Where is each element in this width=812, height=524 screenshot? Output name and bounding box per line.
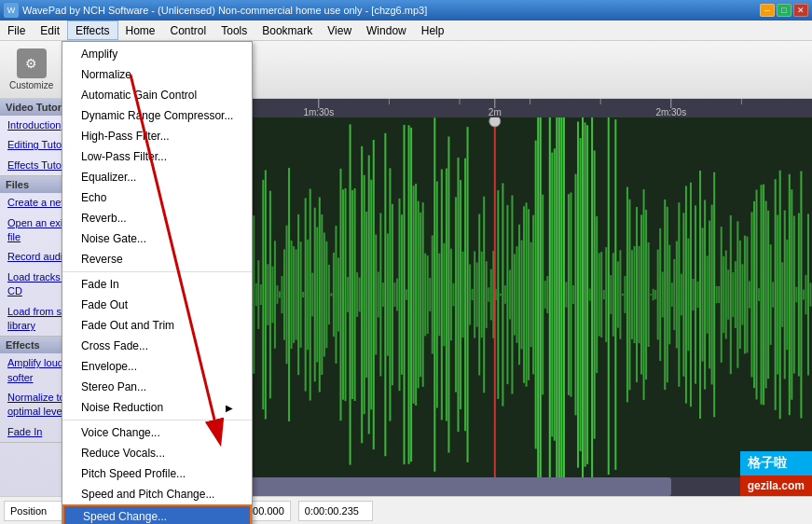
- svg-rect-303: [781, 262, 783, 326]
- svg-rect-117: [345, 188, 347, 401]
- svg-rect-151: [424, 254, 426, 337]
- svg-rect-218: [582, 117, 584, 477]
- svg-rect-155: [434, 117, 435, 471]
- svg-rect-140: [398, 199, 400, 391]
- svg-rect-163: [452, 283, 454, 307]
- svg-rect-152: [427, 255, 429, 334]
- svg-rect-101: [307, 240, 309, 350]
- svg-rect-205: [551, 153, 553, 437]
- menu-highpass[interactable]: High-Pass Filter...: [62, 126, 252, 146]
- menu-noise-reduction[interactable]: Noise Reduction▶: [62, 397, 252, 418]
- menu-fade-in[interactable]: Fade In: [62, 274, 252, 295]
- svg-rect-277: [721, 227, 723, 363]
- svg-rect-295: [763, 185, 764, 406]
- svg-rect-260: [681, 274, 682, 316]
- svg-rect-96: [296, 249, 297, 339]
- submenu-arrow: ▶: [226, 403, 233, 413]
- svg-rect-215: [574, 174, 576, 416]
- scrollbar-thumb[interactable]: [248, 477, 671, 496]
- menu-edit[interactable]: Edit: [33, 21, 67, 40]
- maximize-button[interactable]: □: [777, 4, 791, 17]
- menu-effects[interactable]: Effects: [67, 21, 117, 40]
- menu-normalize[interactable]: Normalize: [62, 64, 252, 85]
- menu-speed-change[interactable]: Speed Change...: [62, 504, 252, 524]
- svg-rect-142: [404, 125, 406, 464]
- svg-rect-296: [765, 201, 767, 389]
- svg-rect-241: [636, 207, 638, 382]
- svg-rect-230: [610, 275, 612, 314]
- svg-rect-187: [509, 270, 511, 320]
- menu-stereo-pan[interactable]: Stereo Pan...: [62, 377, 252, 397]
- menu-lowpass[interactable]: Low-Pass Filter...: [62, 146, 252, 167]
- menu-file[interactable]: File: [0, 21, 33, 40]
- menu-echo[interactable]: Echo: [62, 187, 252, 208]
- effects-menu: Amplify Normalize Automatic Gain Control…: [62, 41, 253, 524]
- menu-home[interactable]: Home: [118, 21, 163, 40]
- svg-rect-271: [707, 255, 709, 333]
- svg-rect-172: [474, 251, 475, 338]
- menu-window[interactable]: Window: [359, 21, 414, 40]
- svg-rect-258: [676, 241, 678, 349]
- svg-rect-120: [351, 190, 353, 399]
- minimize-button[interactable]: ─: [760, 4, 775, 17]
- svg-rect-244: [643, 189, 645, 400]
- svg-rect-191: [518, 225, 520, 365]
- svg-rect-147: [415, 184, 417, 406]
- menu-bookmark[interactable]: Bookmark: [255, 21, 320, 40]
- svg-rect-280: [727, 269, 729, 320]
- svg-rect-141: [401, 214, 403, 375]
- svg-rect-161: [447, 136, 449, 452]
- svg-rect-139: [396, 279, 398, 311]
- menu-fade-out-trim[interactable]: Fade Out and Trim: [62, 315, 252, 336]
- svg-rect-216: [577, 121, 579, 467]
- svg-rect-254: [667, 207, 668, 382]
- svg-rect-233: [617, 261, 619, 327]
- menu-agc[interactable]: Automatic Gain Control: [62, 85, 252, 105]
- menu-voice-change[interactable]: Voice Change...: [62, 422, 252, 443]
- svg-rect-262: [685, 186, 687, 403]
- svg-point-317: [489, 117, 501, 127]
- svg-rect-283: [735, 261, 736, 328]
- menu-envelope[interactable]: Envelope...: [62, 356, 252, 377]
- menu-view[interactable]: View: [320, 21, 359, 40]
- svg-rect-213: [570, 192, 571, 396]
- svg-rect-299: [772, 282, 774, 307]
- menu-control[interactable]: Control: [163, 21, 214, 40]
- menu-help[interactable]: Help: [414, 21, 452, 40]
- menu-reverb[interactable]: Reverb...: [62, 208, 252, 228]
- svg-rect-304: [784, 211, 786, 379]
- svg-rect-192: [521, 241, 523, 350]
- svg-rect-110: [328, 265, 330, 324]
- menu-divider-1: [62, 271, 252, 272]
- watermark-top: 格子啦: [740, 451, 812, 476]
- svg-rect-292: [756, 190, 758, 400]
- menu-tools[interactable]: Tools: [213, 21, 255, 40]
- menu-reduce-vocals[interactable]: Reduce Vocals...: [62, 443, 252, 463]
- svg-rect-80: [257, 260, 259, 329]
- menu-amplify[interactable]: Amplify: [62, 44, 252, 64]
- menu-drc[interactable]: Dynamic Range Compressor...: [62, 105, 252, 126]
- svg-rect-286: [741, 264, 743, 324]
- menu-equalizer[interactable]: Equalizer...: [62, 167, 252, 187]
- svg-rect-199: [537, 117, 539, 477]
- svg-rect-243: [640, 214, 642, 374]
- svg-rect-229: [608, 117, 610, 475]
- menu-fade-out[interactable]: Fade Out: [62, 295, 252, 315]
- close-button[interactable]: ✕: [793, 4, 808, 17]
- svg-rect-133: [382, 283, 384, 307]
- svg-rect-193: [523, 206, 525, 383]
- customize-button[interactable]: ⚙ Customize: [4, 45, 59, 94]
- svg-rect-169: [467, 127, 469, 462]
- menu-noise-gate[interactable]: Noise Gate...: [62, 228, 252, 249]
- svg-rect-166: [460, 180, 461, 409]
- menu-pitch-speed-profile[interactable]: Pitch Speed Profile...: [62, 463, 252, 484]
- svg-rect-249: [654, 290, 656, 299]
- svg-rect-189: [514, 254, 516, 335]
- svg-rect-89: [279, 291, 281, 297]
- menu-cross-fade[interactable]: Cross Fade...: [62, 336, 252, 356]
- svg-rect-127: [368, 156, 370, 434]
- svg-rect-223: [594, 150, 596, 438]
- menu-reverse[interactable]: Reverse: [62, 249, 252, 269]
- svg-rect-309: [795, 287, 797, 303]
- menu-speed-pitch-change[interactable]: Speed and Pitch Change...: [62, 484, 252, 504]
